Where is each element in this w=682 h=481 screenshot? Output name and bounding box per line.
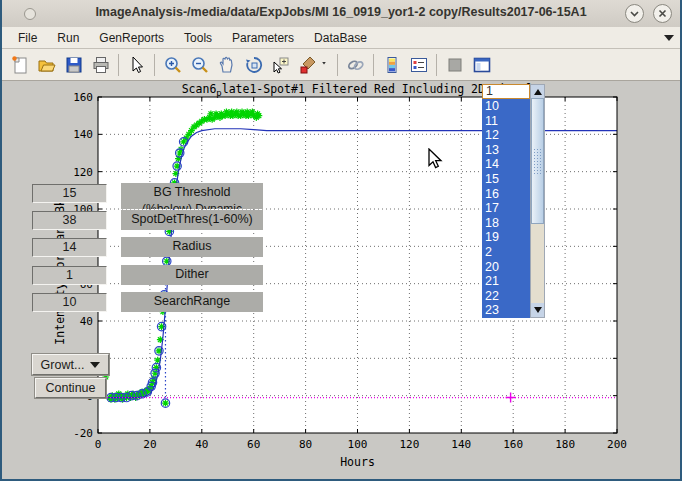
param-sublabel-clipped: (%below) Dynamic xyxy=(121,203,263,209)
param-label-bg-threshold: BG Threshold xyxy=(121,183,263,203)
listbox-item[interactable]: 14 xyxy=(482,157,530,172)
y-axis-label: Intensity Norm and Bkgd xyxy=(53,185,67,344)
svg-text:160: 160 xyxy=(73,91,93,104)
continue-button[interactable]: Continue xyxy=(35,378,106,398)
triangle-up-icon xyxy=(534,89,542,95)
param-value-bg-threshold[interactable]: 15 xyxy=(32,184,107,203)
svg-text:100: 100 xyxy=(348,438,368,451)
listbox-item[interactable]: 2 xyxy=(482,245,530,260)
param-value-dither[interactable]: 1 xyxy=(32,266,107,285)
listbox-item[interactable]: 13 xyxy=(482,143,530,158)
chevron-down-icon xyxy=(90,362,100,368)
growth-dropdown-label: Growt... xyxy=(41,358,85,372)
listbox-item[interactable]: 12 xyxy=(482,128,530,143)
param-label-radius: Radius xyxy=(121,237,263,257)
spot-listbox: 1 10111213141516171819220212223 xyxy=(482,84,545,318)
param-label-spotdetthres-1-60-: SpotDetThres(1-60%) xyxy=(121,210,263,230)
scroll-up-button[interactable] xyxy=(531,85,544,98)
thumb-grip-icon xyxy=(533,148,542,174)
svg-text:160: 160 xyxy=(503,438,523,451)
param-value-spotdetthres-1-60-[interactable]: 38 xyxy=(32,211,107,230)
param-value-radius[interactable]: 14 xyxy=(32,238,107,257)
listbox-item[interactable]: 22 xyxy=(482,289,530,304)
listbox-item[interactable]: 10 xyxy=(482,99,530,114)
svg-text:20: 20 xyxy=(143,438,156,451)
growth-dropdown-button[interactable]: Growt... xyxy=(32,354,109,375)
svg-text:200: 200 xyxy=(607,438,627,451)
listbox-item[interactable]: 15 xyxy=(482,172,530,187)
svg-text:-20: -20 xyxy=(73,427,93,440)
triangle-down-icon xyxy=(534,307,542,313)
param-value-searchrange[interactable]: 10 xyxy=(32,293,107,312)
svg-text:80: 80 xyxy=(299,438,312,451)
listbox-scrollbar[interactable] xyxy=(530,84,545,318)
svg-text:140: 140 xyxy=(73,128,93,141)
mouse-cursor-icon xyxy=(428,148,444,170)
x-axis-label: Hours xyxy=(340,455,375,469)
listbox-item[interactable]: 20 xyxy=(482,260,530,275)
scroll-down-button[interactable] xyxy=(531,303,544,317)
svg-text:120: 120 xyxy=(73,166,93,179)
svg-text:40: 40 xyxy=(80,315,93,328)
continue-button-label: Continue xyxy=(45,381,95,395)
listbox-item[interactable]: 23 xyxy=(482,303,530,318)
app-window: ImageAnalysis-/media/data/ExpJobs/MI 16_… xyxy=(0,0,682,481)
listbox-item[interactable]: 11 xyxy=(482,114,530,129)
listbox-item[interactable]: 18 xyxy=(482,216,530,231)
listbox-item[interactable]: 21 xyxy=(482,274,530,289)
svg-text:140: 140 xyxy=(451,438,471,451)
listbox-item[interactable]: 16 xyxy=(482,187,530,202)
param-label-dither: Dither xyxy=(121,265,263,285)
param-label-searchrange: SearchRange xyxy=(121,292,263,312)
scrollbar-thumb[interactable] xyxy=(531,98,544,224)
svg-text:40: 40 xyxy=(195,438,208,451)
listbox-selected-row[interactable]: 1 xyxy=(482,84,530,99)
svg-text:60: 60 xyxy=(247,438,260,451)
svg-text:0: 0 xyxy=(95,438,102,451)
svg-text:180: 180 xyxy=(555,438,575,451)
listbox-item[interactable]: 19 xyxy=(482,230,530,245)
svg-text:120: 120 xyxy=(399,438,419,451)
plot-title: Scan6plate1-Spot#1 Filtered Red Includin… xyxy=(182,82,534,98)
listbox-item[interactable]: 17 xyxy=(482,201,530,216)
